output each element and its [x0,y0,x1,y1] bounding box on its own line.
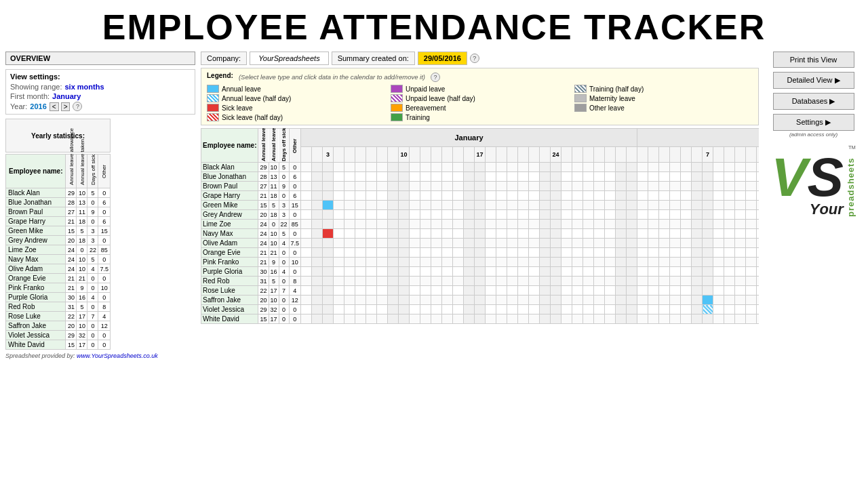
cell-11-m0-d24[interactable] [551,267,561,277]
cell-13-m0-d7[interactable] [366,286,377,296]
cell-3-m1-d1[interactable] [637,191,648,201]
cell-5-m1-d2[interactable] [648,210,659,220]
cell-6-m0-d9[interactable] [388,220,399,229]
cell-10-m0-d12[interactable] [420,258,431,267]
cell-15-m0-d15[interactable] [453,305,464,314]
cell-9-m0-d22[interactable] [529,248,540,258]
cell-6-m0-d16[interactable] [464,220,475,229]
cell-8-m0-d13[interactable] [431,239,442,248]
cell-15-m1-d12[interactable] [757,305,759,314]
cell-7-m1-d3[interactable] [659,229,670,239]
cell-8-m0-d1[interactable] [301,239,312,248]
cell-16-m1-d6[interactable] [692,314,703,324]
cell-4-m0-d25[interactable] [561,201,572,210]
cell-15-m0-d26[interactable] [572,305,583,314]
year-info-icon[interactable]: ? [73,102,82,111]
cell-3-m0-d15[interactable] [453,191,464,201]
cell-13-m1-d8[interactable] [713,286,724,296]
cell-14-m0-d28[interactable] [594,296,605,305]
cell-14-m0-d14[interactable] [442,296,453,305]
cell-6-m1-d4[interactable] [670,220,681,229]
cell-0-m0-d18[interactable] [486,163,496,172]
cell-5-m0-d10[interactable] [399,210,410,220]
cell-4-m1-d10[interactable] [735,201,746,210]
cell-6-m0-d22[interactable] [529,220,540,229]
cell-6-m0-d29[interactable] [605,220,616,229]
cell-3-m1-d5[interactable] [681,191,692,201]
cell-16-m0-d13[interactable] [431,314,442,324]
print-button[interactable]: Print this View [773,52,854,68]
cell-13-m0-d12[interactable] [420,286,431,296]
cell-8-m0-d18[interactable] [486,239,496,248]
cell-9-m0-d3[interactable] [323,248,334,258]
cell-10-m0-d2[interactable] [312,258,323,267]
cell-8-m0-d9[interactable] [388,239,399,248]
cell-9-m1-d10[interactable] [735,248,746,258]
cell-0-m1-d8[interactable] [713,163,724,172]
cell-8-m0-d20[interactable] [507,239,518,248]
cell-10-m1-d10[interactable] [735,258,746,267]
cell-1-m0-d26[interactable] [572,172,583,182]
cell-1-m0-d17[interactable] [475,172,486,182]
cell-10-m0-d31[interactable] [627,258,637,267]
cell-15-m0-d29[interactable] [605,305,616,314]
cell-3-m0-d2[interactable] [312,191,323,201]
cell-7-m0-d22[interactable] [529,229,540,239]
cell-13-m0-d29[interactable] [605,286,616,296]
cell-0-m1-d3[interactable] [659,163,670,172]
cell-13-m0-d15[interactable] [453,286,464,296]
cell-1-m0-d3[interactable] [323,172,334,182]
cell-2-m0-d27[interactable] [583,182,594,191]
cell-16-m1-d3[interactable] [659,314,670,324]
cell-1-m0-d22[interactable] [529,172,540,182]
cell-5-m0-d9[interactable] [388,210,399,220]
cell-6-m0-d30[interactable] [616,220,627,229]
cell-7-m0-d23[interactable] [540,229,551,239]
cell-14-m0-d16[interactable] [464,296,475,305]
cell-9-m0-d24[interactable] [551,248,561,258]
cell-1-m0-d29[interactable] [605,172,616,182]
cell-10-m1-d5[interactable] [681,258,692,267]
cell-10-m0-d21[interactable] [518,258,529,267]
cell-9-m0-d8[interactable] [377,248,388,258]
cell-10-m0-d10[interactable] [399,258,410,267]
cell-6-m1-d3[interactable] [659,220,670,229]
cell-1-m1-d11[interactable] [746,172,757,182]
cell-12-m0-d26[interactable] [572,277,583,286]
cell-3-m0-d9[interactable] [388,191,399,201]
cell-8-m1-d6[interactable] [692,239,703,248]
cell-5-m1-d4[interactable] [670,210,681,220]
cell-11-m0-d14[interactable] [442,267,453,277]
cell-0-m1-d10[interactable] [735,163,746,172]
cell-13-m1-d4[interactable] [670,286,681,296]
cell-9-m0-d23[interactable] [540,248,551,258]
cell-7-m0-d28[interactable] [594,229,605,239]
cell-4-m1-d2[interactable] [648,201,659,210]
cell-6-m0-d28[interactable] [594,220,605,229]
cell-6-m0-d14[interactable] [442,220,453,229]
cell-14-m0-d8[interactable] [377,296,388,305]
cell-0-m0-d2[interactable] [312,163,323,172]
cell-8-m0-d19[interactable] [496,239,507,248]
cell-11-m0-d17[interactable] [475,267,486,277]
cell-12-m1-d4[interactable] [670,277,681,286]
cell-1-m0-d6[interactable] [355,172,366,182]
cell-0-m0-d19[interactable] [496,163,507,172]
cell-2-m0-d2[interactable] [312,182,323,191]
cell-3-m0-d24[interactable] [551,191,561,201]
cell-8-m0-d17[interactable] [475,239,486,248]
cell-11-m0-d10[interactable] [399,267,410,277]
cell-5-m1-d3[interactable] [659,210,670,220]
cell-7-m0-d9[interactable] [388,229,399,239]
cell-13-m0-d9[interactable] [388,286,399,296]
cell-15-m0-d19[interactable] [496,305,507,314]
cell-13-m0-d18[interactable] [486,286,496,296]
cell-7-m0-d7[interactable] [366,229,377,239]
cell-2-m0-d8[interactable] [377,182,388,191]
cell-11-m0-d19[interactable] [496,267,507,277]
cell-3-m0-d13[interactable] [431,191,442,201]
cell-4-m0-d14[interactable] [442,201,453,210]
cell-5-m0-d16[interactable] [464,210,475,220]
cell-12-m0-d10[interactable] [399,277,410,286]
cell-0-m0-d23[interactable] [540,163,551,172]
